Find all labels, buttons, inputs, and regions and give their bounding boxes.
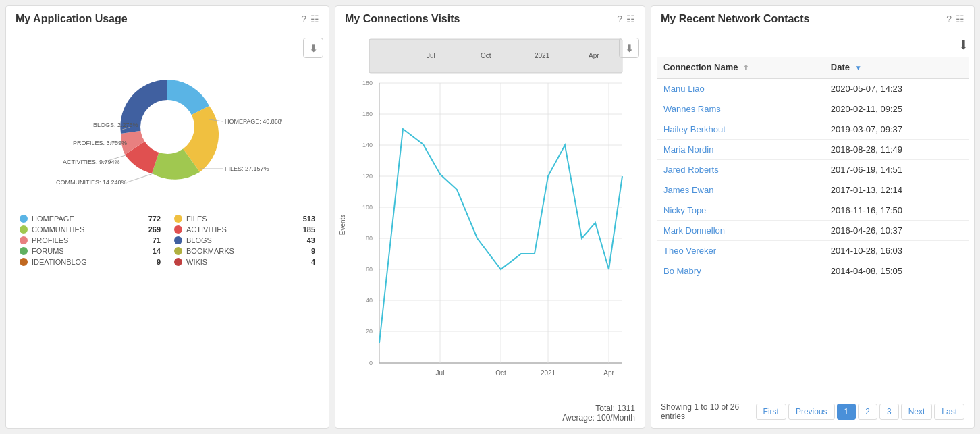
pie-donut-hole	[140, 100, 194, 154]
page-btn-last[interactable]: Last	[934, 404, 964, 420]
y-label-120: 120	[362, 173, 373, 180]
pagination-info: Showing 1 to 10 of 26 entries	[661, 402, 756, 421]
contact-date-cell: 2018-08-28, 11:49	[824, 140, 969, 160]
mid-help-icon[interactable]: ?	[617, 13, 622, 24]
left-panel-header: My Application Usage ? ☷	[6, 6, 329, 32]
legend-value-forums: 14	[153, 247, 161, 255]
help-icon[interactable]: ?	[301, 13, 306, 24]
table-row: Mark Donnellon 2016-04-26, 10:37	[657, 221, 969, 241]
overview-label-2021: 2021	[535, 52, 550, 59]
page-btn-first[interactable]: First	[756, 404, 786, 420]
contact-name-link[interactable]: James Ewan	[663, 185, 713, 195]
x-label-oct: Oct	[495, 369, 506, 377]
pagination-area: Showing 1 to 10 of 26 entries First Prev…	[651, 396, 974, 428]
legend-name-bookmarks: BOOKMARKS	[186, 247, 307, 255]
legend-dot-activities	[174, 225, 182, 234]
contact-name-link[interactable]: Maria Nordin	[663, 144, 713, 155]
contact-name-cell: Mark Donnellon	[657, 221, 824, 241]
overview-label-oct: Oct	[481, 52, 491, 59]
contact-date-cell: 2020-05-07, 14:23	[824, 78, 969, 99]
mid-panel-body: ⬇ Jul Oct 2021 Apr 180 160 140 120 100 8…	[335, 32, 645, 401]
pie-label-homepage: HOMEPAGE: 40.868%	[225, 118, 282, 125]
contact-name-cell: Jared Roberts	[657, 160, 824, 180]
x-label-2021: 2021	[541, 369, 556, 377]
pie-label-blogs: BLOGS: 2.276%	[93, 121, 138, 128]
left-panel-body: ⬇ HOMEPAGE: 40.868%	[6, 32, 329, 428]
chart-download-button[interactable]: ⬇	[619, 38, 639, 58]
export-icon[interactable]: ⬇	[958, 38, 969, 53]
svg-line-2	[127, 173, 155, 182]
legend-item-ideationblog: IDEATIONBLOG 9	[20, 258, 161, 266]
page-btn-2[interactable]: 2	[858, 404, 877, 420]
connections-visits-panel: My Connections Visits ? ☷ ⬇ Jul Oct 2021…	[335, 5, 645, 429]
y-label-180: 180	[362, 80, 373, 86]
legend-name-activities: ACTIVITIES	[186, 225, 299, 234]
legend-item-files: FILES 513	[174, 215, 315, 223]
contact-name-link[interactable]: Mark Donnellon	[663, 225, 725, 236]
legend-dot-wikis	[174, 258, 182, 266]
legend-item-homepage: HOMEPAGE 772	[20, 215, 161, 223]
contact-name-cell: Theo Vereker	[657, 241, 824, 261]
x-label-apr: Apr	[603, 369, 614, 377]
right-help-icon[interactable]: ?	[946, 13, 952, 24]
contact-name-link[interactable]: Theo Vereker	[663, 246, 716, 256]
table-row: Wannes Rams 2020-02-11, 09:25	[657, 99, 969, 119]
table-row: Manu Liao 2020-05-07, 14:23	[657, 78, 969, 99]
table-row: Jared Roberts 2017-06-19, 14:51	[657, 160, 969, 180]
page-btn-1[interactable]: 1	[837, 404, 856, 420]
y-label-20: 20	[366, 328, 373, 335]
contact-name-link[interactable]: Nicky Tope	[663, 205, 706, 215]
right-list-icon[interactable]: ☷	[956, 13, 964, 24]
sort-icon-date: ▼	[855, 64, 862, 72]
legend-dot-homepage	[20, 215, 28, 223]
y-label-40: 40	[366, 297, 373, 304]
contact-name-cell: Manu Liao	[657, 78, 824, 99]
list-icon[interactable]: ☷	[310, 13, 319, 24]
legend-name-profiles: PROFILES	[32, 236, 148, 244]
contacts-table-body: Manu Liao 2020-05-07, 14:23 Wannes Rams …	[657, 78, 969, 281]
legend-name-files: FILES	[186, 215, 299, 223]
legend-name-blogs: BLOGS	[186, 236, 303, 244]
contact-date-cell: 2020-02-11, 09:25	[824, 99, 969, 119]
legend-item-wikis: WIKIS 4	[174, 258, 315, 266]
contact-name-link[interactable]: Hailey Berkhout	[663, 124, 726, 134]
contact-name-cell: Maria Nordin	[657, 140, 824, 160]
right-panel-actions: ? ☷	[946, 13, 964, 24]
sort-icon-name: ⬆	[743, 64, 748, 72]
legend-dot-files	[174, 215, 182, 223]
contact-name-cell: Wannes Rams	[657, 99, 824, 119]
contact-date-cell: 2014-04-08, 15:05	[824, 261, 969, 281]
legend-item-activities: ACTIVITIES 185	[174, 225, 315, 234]
contact-name-link[interactable]: Wannes Rams	[663, 104, 721, 114]
col-connection-name[interactable]: Connection Name ⬆	[657, 57, 824, 78]
chart-total: Total: 1311	[345, 404, 635, 413]
y-label-160: 160	[362, 111, 373, 117]
right-panel-title: My Recent Network Contacts	[661, 13, 810, 25]
legend-item-communities: COMMUNITIES 269	[20, 225, 161, 234]
mid-list-icon[interactable]: ☷	[626, 13, 635, 24]
contact-name-cell: Bo Mabry	[657, 261, 824, 281]
table-row: James Ewan 2017-01-13, 12:14	[657, 180, 969, 200]
legend-value-bookmarks: 9	[311, 247, 315, 255]
line-chart-svg: Jul Oct 2021 Apr 180 160 140 120 100 80 …	[335, 32, 632, 390]
contact-name-link[interactable]: Bo Mabry	[663, 266, 701, 276]
col-date[interactable]: Date ▼	[824, 57, 969, 78]
pie-label-communities2: COMMUNITIES: 14.240%	[56, 179, 127, 186]
table-row: Theo Vereker 2014-10-28, 16:03	[657, 241, 969, 261]
legend-dot-bookmarks	[174, 247, 182, 255]
contact-date-cell: 2017-01-13, 12:14	[824, 180, 969, 200]
legend-item-bookmarks: BOOKMARKS 9	[174, 247, 315, 255]
legend-value-profiles: 71	[153, 236, 161, 244]
table-row: Maria Nordin 2018-08-28, 11:49	[657, 140, 969, 160]
page-btn-previous[interactable]: Previous	[788, 404, 835, 420]
left-panel-title: My Application Usage	[16, 13, 128, 25]
contact-name-link[interactable]: Jared Roberts	[663, 165, 719, 175]
contact-name-link[interactable]: Manu Liao	[663, 84, 705, 94]
contact-name-cell: James Ewan	[657, 180, 824, 200]
page-btn-next[interactable]: Next	[901, 404, 933, 420]
page-btn-3[interactable]: 3	[879, 404, 899, 420]
contact-date-cell: 2016-04-26, 10:37	[824, 221, 969, 241]
legend-name-forums: FORUMS	[32, 247, 148, 255]
legend-value-communities: 269	[148, 225, 161, 234]
pie-chart-area: HOMEPAGE: 40.868% FILES: 27.157% COMMUNI…	[13, 39, 322, 215]
